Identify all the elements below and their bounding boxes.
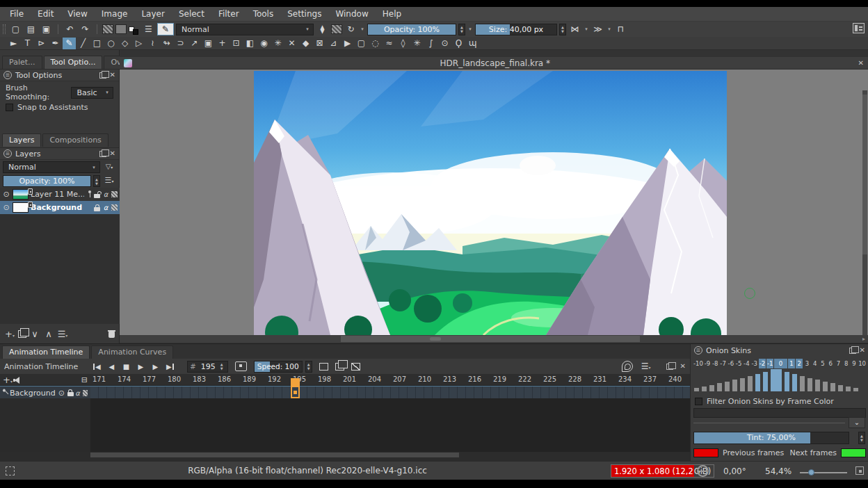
close-docker-icon[interactable]: ✕ xyxy=(860,347,865,354)
menu-tools[interactable]: Tools xyxy=(246,7,281,22)
add-layer-button[interactable]: +▾ xyxy=(4,329,15,339)
snap-to-assistants-checkbox[interactable] xyxy=(6,104,13,111)
lock-open-icon[interactable] xyxy=(94,191,100,198)
layer-row-background[interactable]: ⊙ Background α xyxy=(0,201,120,214)
float-docker-icon[interactable] xyxy=(99,72,106,79)
skip-to-end-button[interactable]: ▶ xyxy=(163,361,176,373)
brush-smoothing-select[interactable]: Basic▾ xyxy=(71,87,113,99)
filter-layers-icon[interactable]: ▽▾ xyxy=(102,161,116,173)
save-document-button[interactable]: ▣ xyxy=(40,23,53,35)
opacity-slider[interactable]: Opacity: 100% xyxy=(367,24,456,35)
onion-skin-opacity-bar[interactable] xyxy=(732,380,737,391)
lock-closed-icon[interactable] xyxy=(94,204,100,211)
tool-freehand-path[interactable]: ↬ xyxy=(160,38,173,49)
layer-opacity-slider[interactable]: Opacity: 100% xyxy=(3,175,91,187)
open-document-button[interactable]: ▤ xyxy=(24,23,38,35)
tab-compositions[interactable]: Compositions xyxy=(42,133,108,147)
reload-preset-caret[interactable]: ▾ xyxy=(360,26,365,32)
trim-to-image-button[interactable]: ⊓ xyxy=(614,23,627,35)
tool-select-shapes[interactable]: ► xyxy=(7,38,20,49)
layer-row-layer-11[interactable]: ⊙ Layer 11 Me... α xyxy=(0,188,120,201)
menu-filter[interactable]: Filter xyxy=(211,7,246,22)
delete-layer-button[interactable] xyxy=(108,330,115,338)
zoom-mode-button[interactable] xyxy=(855,466,864,475)
tool-bezier-curve[interactable]: ≀ xyxy=(146,38,159,49)
tool-fill[interactable]: ◆ xyxy=(299,38,312,49)
undo-button[interactable]: ↶ xyxy=(63,23,77,35)
inherit-alpha-icon[interactable] xyxy=(111,204,118,211)
tool-rectangle[interactable]: □ xyxy=(90,38,104,49)
gradient-chooser-button[interactable] xyxy=(102,24,113,34)
onion-skin-number[interactable]: 3 xyxy=(803,359,810,368)
horizontal-scrollbar[interactable]: ▸ xyxy=(120,335,868,343)
onion-skin-toggle-icon[interactable] xyxy=(622,361,633,372)
menu-select[interactable]: Select xyxy=(172,7,211,22)
pin-icon[interactable] xyxy=(1,389,9,397)
onion-skin-opacity-bar[interactable] xyxy=(717,383,722,391)
tint-spinner[interactable]: ▲▼ xyxy=(858,432,865,444)
speed-spinner[interactable]: ▲▼ xyxy=(305,361,312,373)
tool-pan[interactable]: ɰ xyxy=(466,38,479,49)
tab-animation-timeline[interactable]: Animation Timeline xyxy=(2,345,90,359)
tool-freehand-brush[interactable]: ✎ xyxy=(63,38,76,49)
stop-button[interactable]: ■ xyxy=(120,361,132,373)
visibility-eye-icon[interactable]: ⊙ xyxy=(2,203,10,212)
onion-skin-opacity-bar[interactable] xyxy=(740,378,745,391)
tool-similar-color-selection[interactable]: ✳ xyxy=(410,38,424,49)
tool-polygon[interactable]: ◇ xyxy=(118,38,131,49)
visibility-eye-icon[interactable]: ⊙ xyxy=(2,190,10,199)
playback-speed-slider[interactable]: Speed: 100 % xyxy=(254,361,303,373)
tool-bezier-selection[interactable]: ∫ xyxy=(424,38,437,49)
onion-skin-opacity-bar[interactable] xyxy=(755,374,760,391)
tool-crop[interactable]: ⊡ xyxy=(230,38,243,49)
add-keyframe-button[interactable]: +▾ xyxy=(3,375,12,385)
onion-skin-opacity-bar[interactable] xyxy=(846,387,851,391)
onion-skin-number[interactable]: 1 xyxy=(788,359,795,368)
menu-layer[interactable]: Layer xyxy=(134,7,171,22)
onion-skin-number[interactable]: -10 xyxy=(693,359,703,368)
zoom-slider[interactable] xyxy=(800,472,847,473)
wrap-around-caret[interactable]: ▾ xyxy=(606,26,612,32)
close-document-icon[interactable]: ✕ xyxy=(858,60,864,67)
tool-dynamic-brush[interactable]: ⊃ xyxy=(174,38,187,49)
onion-skin-number[interactable]: 5 xyxy=(819,359,826,368)
filter-onion-skins-checkbox[interactable] xyxy=(695,398,702,405)
onion-skin-number[interactable]: 10 xyxy=(858,359,866,368)
close-docker-icon[interactable]: ✕ xyxy=(680,363,686,370)
document-title-bar[interactable]: HDR_landscape_final.kra * ✕ xyxy=(120,57,868,70)
frame-actions-icon[interactable] xyxy=(235,361,247,371)
inherit-alpha-icon[interactable] xyxy=(83,390,88,396)
tool-assistants[interactable]: ▶ xyxy=(341,38,354,49)
create-duplicate-frame-button[interactable] xyxy=(335,363,344,371)
visibility-eye-icon[interactable]: ⊙ xyxy=(58,389,65,398)
onion-skin-number[interactable]: -8 xyxy=(712,359,718,368)
onion-skin-opacity-bar[interactable] xyxy=(815,380,820,391)
frame-color-filter-input[interactable] xyxy=(693,408,866,418)
onion-skin-number[interactable]: 8 xyxy=(843,359,850,368)
onion-skin-opacity-bar[interactable] xyxy=(702,387,707,391)
onion-skin-number[interactable]: 0 xyxy=(774,359,787,368)
onion-skin-number[interactable]: -9 xyxy=(704,359,711,368)
tool-measure[interactable]: ⊿ xyxy=(327,38,340,49)
tool-calligraphy[interactable]: ✒ xyxy=(49,38,62,49)
tab-tool-options[interactable]: Tool Optio... xyxy=(44,56,103,69)
redo-button[interactable]: ↷ xyxy=(79,23,92,35)
expand-section-button[interactable]: ⌄ xyxy=(849,417,865,428)
menu-settings[interactable]: Settings xyxy=(280,7,328,22)
frame-cells[interactable] xyxy=(90,387,690,399)
onion-skin-opacity-bar[interactable] xyxy=(830,383,835,391)
float-docker-icon[interactable] xyxy=(99,151,106,157)
eraser-mode-button[interactable]: ⧫ xyxy=(316,23,329,35)
current-frame-spinbox[interactable]: # 195 ▲▼ xyxy=(187,361,227,373)
canvas-painting[interactable] xyxy=(254,71,727,335)
onion-skin-number[interactable]: -3 xyxy=(750,359,757,368)
onion-skin-number[interactable]: 6 xyxy=(827,359,834,368)
mirror-caret[interactable]: ▾ xyxy=(584,26,589,32)
previous-frame-button[interactable]: ◀ xyxy=(105,361,118,373)
previous-frames-color-swatch[interactable] xyxy=(693,448,718,457)
onion-skin-opacity-bar[interactable] xyxy=(823,382,828,391)
onion-skin-opacity-bar[interactable] xyxy=(807,378,812,391)
timeline-menu-icon[interactable]: ☰▾ xyxy=(641,361,651,371)
wrap-around-mode-button[interactable]: ≫ xyxy=(591,23,604,35)
canvas-viewport[interactable] xyxy=(120,70,868,335)
